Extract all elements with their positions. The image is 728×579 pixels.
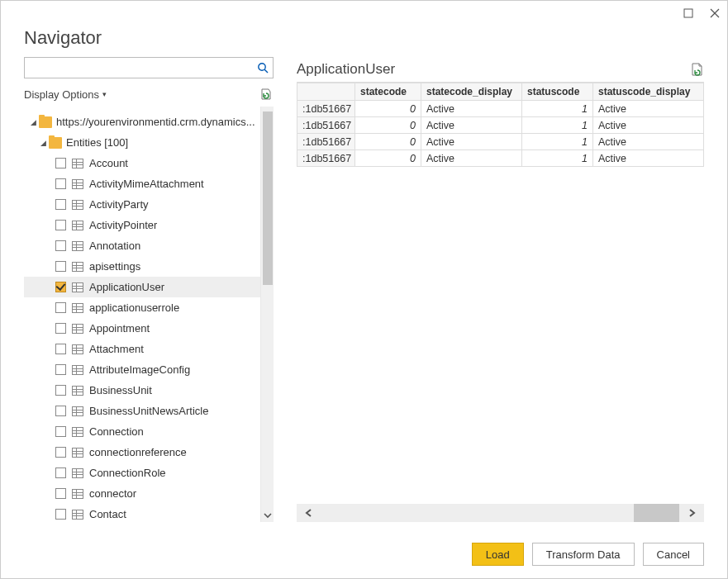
table-row[interactable]: :1db516670Active1Active (297, 134, 704, 150)
tree-item[interactable]: connector (24, 483, 260, 504)
checkbox[interactable] (55, 178, 66, 189)
refresh-button[interactable] (259, 87, 274, 102)
search-input[interactable] (25, 58, 253, 78)
table-row[interactable]: :1db516670Active1Active (297, 150, 704, 167)
maximize-button[interactable] (683, 7, 694, 19)
checkbox[interactable] (55, 344, 66, 354)
display-options-dropdown[interactable]: Display Options ▾ (24, 88, 107, 101)
checkbox[interactable] (55, 261, 66, 272)
checkbox[interactable] (55, 406, 66, 416)
tree-item[interactable]: Attachment (24, 339, 260, 359)
display-options-label: Display Options (24, 88, 99, 101)
tree-item[interactable]: BusinessUnitNewsArticle (24, 401, 260, 421)
tree-item-label: ActivityMimeAttachment (89, 178, 204, 190)
tree-item[interactable]: Account (24, 153, 260, 173)
scroll-left-button[interactable] (297, 504, 321, 522)
table-icon (72, 262, 83, 272)
entity-tree[interactable]: ◢https://yourenvironmentid.crm.dynamics.… (24, 107, 260, 522)
checkbox[interactable] (55, 447, 66, 458)
tree-item[interactable]: ConnectionRole (24, 463, 260, 483)
tree-item[interactable]: Appointment (24, 318, 260, 339)
tree-item[interactable]: ActivityMimeAttachment (24, 173, 260, 194)
tree-root-label: https://yourenvironmentid.crm.dynamics..… (56, 116, 255, 128)
checkbox[interactable] (55, 509, 66, 520)
cell: Active (593, 150, 704, 167)
column-header[interactable]: statecode (355, 83, 421, 101)
checkbox[interactable] (55, 426, 66, 437)
cell: Active (593, 101, 704, 117)
checkbox[interactable] (55, 323, 66, 334)
preview-table-wrap: statecodestatecode_displaystatuscodestat… (297, 82, 704, 504)
close-button[interactable] (709, 7, 721, 19)
tree-item[interactable]: apisettings (24, 256, 260, 277)
checkbox[interactable] (55, 488, 66, 499)
column-header[interactable]: statuscode_display (593, 83, 704, 101)
tree-item-label: ApplicationUser (89, 281, 164, 293)
checkbox[interactable] (55, 199, 66, 210)
preview-options-button[interactable] (689, 62, 704, 77)
chevron-down-icon: ▾ (102, 90, 107, 98)
folder-icon (39, 116, 52, 128)
cell: Active (593, 134, 704, 150)
tree-item[interactable]: BusinessUnit (24, 380, 260, 401)
tree-item[interactable]: ActivityParty (24, 194, 260, 215)
tree-item[interactable]: Annotation (24, 235, 260, 256)
checkbox[interactable] (55, 467, 66, 478)
table-icon (72, 324, 83, 334)
checkbox[interactable] (55, 282, 66, 292)
search-icon[interactable] (253, 62, 273, 74)
tree-group-entities[interactable]: ◢Entities [100] (24, 132, 260, 153)
cell: 0 (355, 150, 421, 167)
checkbox[interactable] (55, 385, 66, 396)
preview-table: statecodestatecode_displaystatuscodestat… (297, 83, 704, 167)
search-box[interactable] (24, 57, 274, 78)
tree-item-label: BusinessUnitNewsArticle (89, 405, 209, 417)
checkbox[interactable] (55, 220, 66, 230)
tree-item[interactable]: ApplicationUser (24, 277, 260, 297)
tree-item[interactable]: applicationuserrole (24, 297, 260, 318)
tree-item-label: connectionreference (89, 446, 187, 458)
tree-item[interactable]: connectionreference (24, 442, 260, 463)
folder-icon (49, 137, 62, 149)
tree-item-label: apisettings (89, 260, 140, 273)
transform-data-button[interactable]: Transform Data (532, 543, 635, 566)
document-refresh-icon (690, 63, 703, 76)
cell: Active (593, 117, 704, 134)
row-id-cell: :1db51667 (297, 150, 355, 167)
dialog-title: Navigator (24, 27, 704, 49)
checkbox[interactable] (55, 364, 66, 375)
table-icon (72, 406, 83, 416)
cell: 1 (522, 101, 593, 117)
tree-item-label: Contact (89, 508, 126, 520)
checkbox[interactable] (55, 158, 66, 168)
table-icon (72, 344, 83, 354)
chevron-left-icon (304, 508, 314, 518)
load-button[interactable]: Load (472, 543, 524, 566)
scroll-down-icon[interactable] (261, 509, 274, 522)
tree-item[interactable]: AttributeImageConfig (24, 359, 260, 380)
column-header[interactable]: statecode_display (421, 83, 522, 101)
tree-root[interactable]: ◢https://yourenvironmentid.crm.dynamics.… (24, 112, 260, 132)
checkbox[interactable] (55, 302, 66, 313)
scrollbar-thumb[interactable] (263, 112, 273, 285)
tree-container: ◢https://yourenvironmentid.crm.dynamics.… (24, 107, 274, 522)
tree-item-label: BusinessUnit (89, 384, 152, 396)
tree-item-label: ConnectionRole (89, 467, 166, 479)
table-icon (72, 510, 83, 520)
scroll-right-button[interactable] (679, 504, 704, 522)
tree-item[interactable]: Contact (24, 504, 260, 522)
column-header[interactable]: statuscode (522, 83, 593, 101)
tree-item[interactable]: ActivityPointer (24, 215, 260, 235)
tree-scrollbar[interactable] (260, 107, 274, 522)
table-icon (72, 159, 83, 168)
dialog-footer: Load Transform Data Cancel (1, 530, 727, 578)
table-row[interactable]: :1db516670Active1Active (297, 101, 704, 117)
tree-item[interactable]: Connection (24, 421, 260, 442)
hscroll-track[interactable] (321, 504, 679, 522)
close-icon (710, 8, 720, 18)
checkbox[interactable] (55, 240, 66, 251)
hscroll-thumb[interactable] (634, 504, 679, 522)
table-row[interactable]: :1db516670Active1Active (297, 117, 704, 134)
cancel-button[interactable]: Cancel (643, 543, 704, 566)
horizontal-scrollbar[interactable] (297, 504, 704, 522)
